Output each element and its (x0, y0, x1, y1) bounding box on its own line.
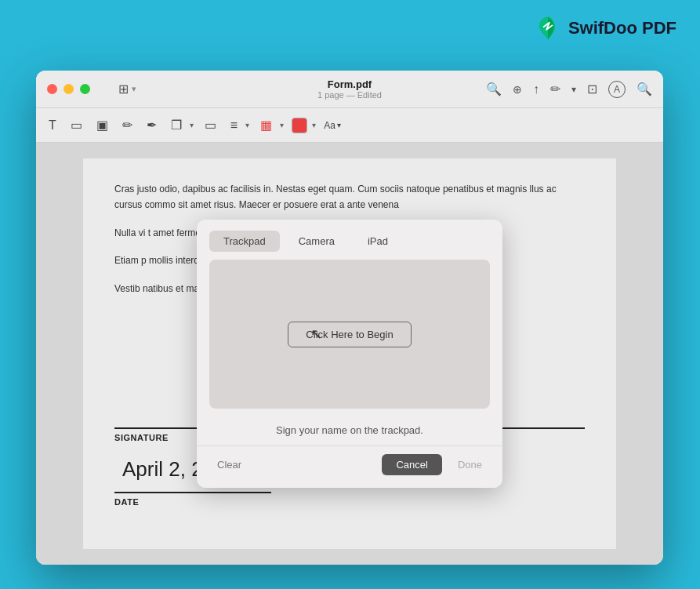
page-layout-icon[interactable]: ▭ (201, 115, 219, 136)
sidebar-icon: ⊞ (118, 82, 129, 96)
window-subtitle: 1 page — Edited (317, 90, 382, 100)
content-area: Cras justo odio, dapibus ac facilisis in… (36, 143, 663, 565)
tab-ipad[interactable]: iPad (354, 231, 402, 252)
title-bar: ⊞ ▾ Form.pdf 1 page — Edited 🔍 ⊕ ↑ ✏ ▾ ⊡… (36, 71, 663, 108)
align-icon[interactable]: ≡ (227, 115, 241, 136)
modal-tabs: Trackpad Camera iPad (197, 220, 502, 252)
brand-name: SwifDoo PDF (568, 18, 676, 38)
brand-area: SwifDoo PDF (534, 14, 676, 42)
modal-overlay: Trackpad Camera iPad ↖ Click Here to Beg… (36, 143, 663, 565)
click-here-button[interactable]: Click Here to Begin (288, 322, 411, 347)
clear-button[interactable]: Clear (209, 454, 249, 475)
annotate-icon[interactable]: ✏ (550, 82, 560, 96)
font-label: Aa (324, 120, 335, 131)
title-center: Form.pdf 1 page — Edited (317, 78, 382, 100)
sidebar-toggle[interactable]: ⊞ ▾ (118, 82, 136, 96)
done-button[interactable]: Done (450, 454, 490, 475)
zoom-out-icon[interactable]: 🔍 (486, 82, 502, 96)
search-icon[interactable]: 🔍 (637, 82, 652, 96)
modal-actions: Clear Cancel Done (197, 445, 502, 488)
modal-right-actions: Cancel Done (382, 454, 490, 475)
shape-chevron-icon[interactable]: ▾ (280, 121, 284, 129)
shape-icon[interactable]: ▦ (257, 115, 275, 136)
title-right-icons: 🔍 ⊕ ↑ ✏ ▾ ⊡ A 🔍 (486, 81, 652, 98)
stamp-group: ❐ ▾ (168, 115, 194, 136)
align-chevron-icon[interactable]: ▾ (245, 121, 249, 129)
font-dropdown[interactable]: Aa ▾ (324, 120, 341, 131)
align-group: ≡ ▾ (227, 115, 249, 136)
signature-modal: Trackpad Camera iPad ↖ Click Here to Beg… (197, 220, 502, 488)
draw-icon[interactable]: ✒ (143, 115, 160, 136)
shape-group: ▦ ▾ (257, 115, 284, 136)
cancel-button[interactable]: Cancel (382, 454, 441, 475)
font-chevron-icon: ▾ (337, 121, 341, 129)
maximize-button[interactable] (80, 84, 90, 94)
close-button[interactable] (47, 84, 57, 94)
mac-window: ⊞ ▾ Form.pdf 1 page — Edited 🔍 ⊕ ↑ ✏ ▾ ⊡… (36, 71, 663, 565)
toolbar: T ▭ ▣ ✏ ✒ ❐ ▾ ▭ ≡ ▾ ▦ ▾ ▾ Aa ▾ (36, 108, 663, 143)
rect-tool-icon[interactable]: ▭ (67, 115, 85, 136)
tab-camera[interactable]: Camera (285, 231, 349, 252)
zoom-in-icon[interactable]: ⊕ (513, 83, 522, 96)
stamp-icon[interactable]: ❐ (168, 115, 185, 136)
chevron-down-icon2[interactable]: ▾ (571, 84, 576, 95)
select-tool-icon[interactable]: ▣ (93, 115, 111, 136)
page-icon[interactable]: ⊡ (587, 82, 597, 96)
color-chevron-icon[interactable]: ▾ (312, 121, 316, 129)
color-group: ▾ (292, 118, 316, 133)
minimize-button[interactable] (63, 84, 74, 94)
share-icon[interactable]: ↑ (533, 82, 539, 96)
text-tool-icon[interactable]: T (45, 115, 60, 136)
window-title: Form.pdf (317, 78, 382, 90)
tab-trackpad[interactable]: Trackpad (209, 231, 280, 252)
color-picker[interactable] (292, 118, 307, 133)
signature-draw-area[interactable]: ↖ Click Here to Begin (209, 260, 490, 409)
modal-hint: Sign your name on the trackpad. (197, 416, 502, 445)
highlight-icon[interactable]: ✏ (119, 115, 136, 136)
traffic-lights (47, 84, 90, 94)
chevron-down-icon: ▾ (132, 84, 136, 94)
circle-a-icon[interactable]: A (608, 81, 626, 98)
stamp-chevron-icon[interactable]: ▾ (190, 121, 194, 129)
swiftdoo-logo-icon (534, 14, 562, 42)
